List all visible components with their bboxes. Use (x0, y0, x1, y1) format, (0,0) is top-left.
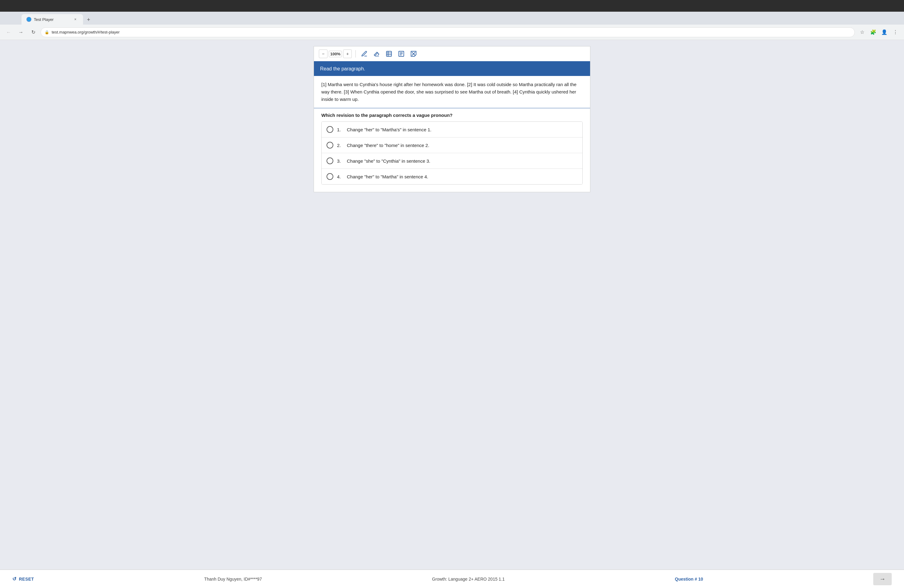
notes-tool[interactable] (396, 49, 406, 59)
answer-choice-2[interactable]: 2. Change "there" to "home" in sentence … (322, 138, 582, 153)
tab-close-button[interactable]: × (73, 17, 78, 22)
answer-choice-3[interactable]: 3. Change "she" to "Cynthia" in sentence… (322, 153, 582, 169)
tab-title: Test Player (34, 17, 54, 22)
browser-toolbar: ← → ↻ 🔒 test.mapnwea.org/growth/#/test-p… (0, 25, 904, 40)
active-tab[interactable]: 🌐 Test Player × (22, 14, 83, 25)
next-button[interactable]: → (873, 573, 892, 585)
back-button[interactable]: ← (4, 27, 14, 37)
answer-choice-1[interactable]: 1. Change "her" to "Martha's" in sentenc… (322, 122, 582, 138)
choice-number-2: 2. (337, 143, 343, 148)
choice-text-4: Change "her" to "Martha" in sentence 4. (347, 174, 428, 179)
tab-favicon: 🌐 (27, 17, 32, 22)
question-number: Question # 10 (675, 577, 703, 582)
radio-button-4[interactable] (327, 173, 333, 180)
zoom-in-button[interactable]: + (343, 49, 352, 58)
choice-number-3: 3. (337, 158, 343, 164)
url-text: test.mapnwea.org/growth/#/test-player (52, 30, 120, 35)
profile-button[interactable]: 👤 (879, 27, 889, 37)
eraser-tool[interactable] (372, 49, 382, 59)
zoom-out-button[interactable]: − (319, 49, 327, 58)
question-header-text: Read the paragraph. (320, 66, 365, 71)
choice-text-3: Change "she" to "Cynthia" in sentence 3. (347, 158, 430, 164)
new-tab-button[interactable]: + (84, 15, 93, 24)
reset-label: RESET (19, 577, 34, 582)
lock-icon: 🔒 (44, 30, 49, 35)
question-header: Read the paragraph. (314, 62, 590, 76)
menu-button[interactable]: ⋮ (890, 27, 900, 37)
browser-titlebar (0, 0, 904, 12)
choice-text-1: Change "her" to "Martha's" in sentence 1… (347, 127, 431, 132)
address-bar[interactable]: 🔒 test.mapnwea.org/growth/#/test-player (41, 27, 855, 37)
main-content: − 100% + Read the paragraph. (0, 40, 904, 569)
annotation-toolbar: − 100% + (314, 46, 590, 62)
passage-text: [1] Martha went to Cynthia's house right… (314, 76, 590, 108)
test-container: − 100% + Read the paragraph. (314, 46, 590, 192)
clear-tool[interactable] (409, 49, 419, 59)
reset-icon: ↺ (12, 576, 17, 582)
zoom-value-display: 100% (329, 51, 342, 57)
choice-number-1: 1. (337, 127, 343, 132)
toolbar-divider (356, 50, 356, 57)
zoom-controls: − 100% + (319, 49, 352, 58)
answer-choice-4[interactable]: 4. Change "her" to "Martha" in sentence … (322, 169, 582, 184)
bottom-bar: ↺ RESET Thanh Duy Nguyen, ID#****97 Grow… (0, 569, 904, 588)
radio-button-3[interactable] (327, 158, 333, 164)
reset-button[interactable]: ↺ RESET (12, 576, 34, 582)
test-info: Growth: Language 2+ AERO 2015 1.1 (432, 577, 504, 582)
extension-button[interactable]: 🧩 (868, 27, 878, 37)
passage-content: [1] Martha went to Cynthia's house right… (321, 82, 577, 102)
answer-choices: 1. Change "her" to "Martha's" in sentenc… (321, 122, 583, 185)
reload-button[interactable]: ↻ (28, 27, 38, 37)
browser-toolbar-actions: ☆ 🧩 👤 ⋮ (857, 27, 900, 37)
student-info: Thanh Duy Nguyen, ID#****97 (204, 577, 262, 582)
browser-tabs: 🌐 Test Player × + (0, 12, 904, 25)
highlight-tool[interactable] (384, 49, 394, 59)
svg-rect-0 (387, 51, 392, 57)
question-prompt: Which revision to the paragraph corrects… (314, 108, 590, 122)
pen-tool[interactable] (359, 49, 369, 59)
radio-button-2[interactable] (327, 142, 333, 149)
forward-button[interactable]: → (16, 27, 26, 37)
choice-text-2: Change "there" to "home" in sentence 2. (347, 143, 429, 148)
bookmark-button[interactable]: ☆ (857, 27, 867, 37)
choice-number-4: 4. (337, 174, 343, 179)
radio-button-1[interactable] (327, 126, 333, 133)
next-arrow-icon: → (879, 575, 885, 582)
question-prompt-text: Which revision to the paragraph corrects… (321, 112, 453, 118)
